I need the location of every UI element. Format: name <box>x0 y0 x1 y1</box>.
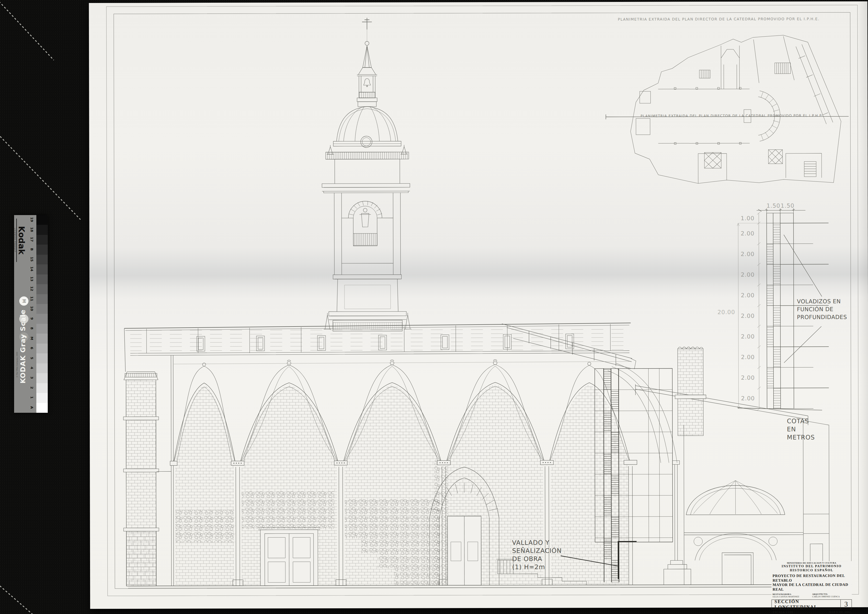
gray-patch-label-12: 12 <box>30 285 34 293</box>
left-buttress <box>123 372 172 586</box>
kodak-logo: Kodak LICENSED PRODUCT <box>14 219 26 262</box>
architect-name: CARLOS JIMENEZ CUENCA <box>812 595 852 598</box>
gray-patch-17 <box>36 235 48 245</box>
section-drawing: 1.50 1.50 1.00 2.00 2.00 2.00 2.00 2.00 … <box>89 2 868 609</box>
ladder-seg-6: 2.00 <box>741 333 755 340</box>
ladder-seg-2: 2.00 <box>741 251 755 257</box>
gray-patch-label-3: 3 <box>30 374 34 382</box>
date-label: MAYO DE 2002 <box>829 611 851 614</box>
nave-arcade <box>127 354 852 588</box>
ladder-seg-8: 2.00 <box>741 375 755 381</box>
cotas-line-3: METROS <box>787 433 815 441</box>
tower-balustrade <box>326 152 409 160</box>
belfry-statue <box>360 208 371 227</box>
gray-patch-B <box>36 245 48 254</box>
gray-patch-13 <box>36 274 48 284</box>
gray-patch-label-19: 19 <box>30 216 34 224</box>
gray-patch-2 <box>36 383 48 393</box>
lantern-bell <box>363 79 370 85</box>
scale-label: ESCALA 1/100 <box>772 611 793 614</box>
gray-patch-19 <box>36 215 48 225</box>
gray-patch-9 <box>36 314 48 324</box>
gray-patch-A <box>36 403 48 413</box>
belfry <box>333 193 401 279</box>
nave-door <box>258 527 320 586</box>
gray-patch-label-2: 2 <box>30 383 34 392</box>
gray-patch-12 <box>36 284 48 294</box>
gray-patch-label-17: 17 <box>30 236 34 243</box>
gray-patch-label-B: B <box>30 245 34 253</box>
right-annex <box>635 347 851 585</box>
gray-patch-label-8: 8 <box>30 324 34 332</box>
gray-patch-label-18: 18 <box>30 225 34 234</box>
kodak-brand-text: Kodak <box>17 219 26 262</box>
chapel-dome <box>686 481 785 515</box>
gray-patch-label-15: 15 <box>30 255 34 264</box>
east-block <box>803 420 851 585</box>
gray-patch-M <box>36 333 48 343</box>
belfry-fringe <box>353 234 377 245</box>
project-title-line-1: PROYECTO DE RESTAURACION DEL RETABLO <box>772 574 852 583</box>
crossing-vault-mark <box>704 152 721 168</box>
ladder-top-dim-2: 1.50 <box>781 203 795 209</box>
ladder-seg-3: 2.00 <box>741 271 755 278</box>
sheet-title-bar: SECCIÓN LONGITUDINAL 3 <box>772 599 852 609</box>
ladder-seg-9: 2.00 <box>741 395 755 402</box>
architect-cell: ARQUITECTO: CARLOS JIMENEZ CUENCA <box>812 593 852 598</box>
gray-patch-4 <box>36 363 48 373</box>
vallado-line-4: (1) H=2m <box>512 563 562 571</box>
tower-shaft <box>329 279 406 332</box>
gray-patch-10 <box>36 304 48 314</box>
voladizos-line-3: PROFUNDIDADES <box>797 313 847 321</box>
ladder-top-dim-1: 1.50 <box>767 203 780 209</box>
lantern <box>357 76 377 107</box>
fabric-stitch-top-left <box>0 0 54 60</box>
voladizos-line-1: VOLADIZOS EN <box>797 298 847 305</box>
ladder-overall-dim: 20.00 <box>718 309 735 315</box>
ladder-seg-0: 1.00 <box>741 215 755 222</box>
gray-patch-label-A: A <box>30 403 34 411</box>
sheet-title: SECCIÓN LONGITUDINAL <box>772 600 840 609</box>
kodak-gray-scale-title: KODAK Gray Scale <box>19 306 27 387</box>
title-block: MINISTERIO DE EDUCACION Y CULTURA INSTIT… <box>772 561 852 595</box>
gray-patch-6 <box>36 344 48 354</box>
gray-patch-11 <box>36 294 48 304</box>
gray-patch-15 <box>36 255 48 264</box>
restorer-cell: RESTAURADORA: OLGA CANTOS MARTINEZ <box>772 593 812 598</box>
brick-chimney <box>675 347 706 436</box>
vallado-line-2: SEÑALIZACIÓN <box>512 546 562 555</box>
sheet-number: 3 <box>840 600 851 609</box>
apse-column <box>663 460 691 585</box>
ladder-seg-4: 2.00 <box>741 292 755 299</box>
floor-plan <box>630 35 841 184</box>
cross-finial <box>362 18 372 29</box>
fabric-stitch-bottom-left <box>0 583 48 614</box>
spire <box>357 46 377 76</box>
vallado-line-1: VALLADO Y <box>512 538 562 546</box>
ladder-seg-5: 2.00 <box>741 313 755 319</box>
bell-tower <box>322 18 411 332</box>
planimetria-top-note: PLANIMETRIA EXTRAIDA DEL PLAN DIRECTOR D… <box>618 17 820 22</box>
gray-patch-18 <box>36 225 48 234</box>
fabric-stitch-mid-left <box>0 133 81 220</box>
gray-patch-label-9: 9 <box>30 314 34 323</box>
project-title-line-2: MAYOR DE LA CATEDRAL DE CIUDAD REAL <box>772 583 852 592</box>
restorer-name: OLGA CANTOS MARTINEZ <box>772 595 812 598</box>
institute-line: INSTITUTO DEL PATRIMONIO HISTORICO ESPAÑ… <box>772 564 852 572</box>
hatched-vault-mark <box>769 150 783 164</box>
chapel-niche <box>694 533 777 561</box>
kodak-copyright: © The Tiffen Company, 2000 <box>16 337 18 378</box>
gray-patch-3 <box>36 373 48 383</box>
gray-patch-14 <box>36 264 48 274</box>
vallado-annotation: VALLADO Y SEÑALIZACIÓN DE OBRA (1) H=2m <box>512 538 562 571</box>
dome <box>333 107 401 148</box>
drawing-sheet: 1.50 1.50 1.00 2.00 2.00 2.00 2.00 2.00 … <box>89 2 868 609</box>
kodak-gray-scale: Kodak LICENSED PRODUCT M Y C KODAK Gray … <box>14 215 48 413</box>
kodak-licensed-text: LICENSED PRODUCT <box>14 219 17 262</box>
gray-patch-label-5: 5 <box>30 354 34 362</box>
dot-magenta: M <box>19 296 28 305</box>
gray-patch-label-M: M <box>30 334 34 342</box>
architect-label: ARQUITECTO: <box>812 593 852 595</box>
planimetria-plan-label: PLANIMETRIA EXTRAIDA DEL PLAN DIRECTOR D… <box>628 113 837 118</box>
belfry-cornice <box>322 184 410 193</box>
